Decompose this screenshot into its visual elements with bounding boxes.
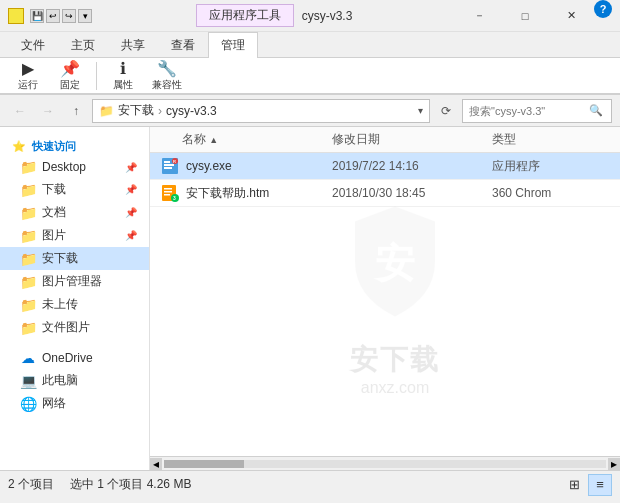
sidebar-item-unsent[interactable]: 📁 未上传 (0, 293, 149, 316)
search-input[interactable] (469, 105, 589, 117)
sidebar-label: Desktop (42, 160, 86, 174)
ribbon-content: ▶ 运行 📌 固定 ℹ 属性 🔧 兼容性 (0, 58, 620, 94)
pin-icon: 📌 (125, 230, 137, 241)
status-bar: 2 个项目 选中 1 个项目 4.26 MB ⊞ ≡ (0, 470, 620, 498)
sidebar-item-pictures[interactable]: 📁 图片 📌 (0, 224, 149, 247)
column-date[interactable]: 修改日期 (332, 131, 492, 148)
scroll-track[interactable] (164, 460, 606, 468)
minimize-button[interactable]: － (456, 0, 502, 32)
scroll-thumb (164, 460, 244, 468)
sidebar-item-picmanager[interactable]: 📁 图片管理器 (0, 270, 149, 293)
close-button[interactable]: ✕ (548, 0, 594, 32)
item-count: 2 个项目 (8, 476, 54, 493)
divider-1 (96, 62, 97, 90)
folder-icon: 📁 (20, 251, 36, 267)
watermark: 安 安下载 anxz.com (345, 201, 445, 396)
sidebar: ⭐ 快速访问 📁 Desktop 📌 📁 下载 📌 📁 文档 📌 📁 图片 📌 … (0, 127, 150, 470)
sidebar-label: 图片 (42, 227, 66, 244)
pin-icon: 📌 (125, 207, 137, 218)
column-name[interactable]: 名称 ▲ (158, 131, 332, 148)
sidebar-item-network[interactable]: 🌐 网络 (0, 392, 149, 415)
watermark-sub: anxz.com (361, 378, 429, 396)
folder-icon: 📁 (20, 320, 36, 336)
file-area: 安 安下载 anxz.com 名称 ▲ 修改日期 类型 (150, 127, 620, 470)
properties-button[interactable]: ℹ 属性 (103, 56, 143, 95)
list-view-button[interactable]: ≡ (588, 474, 612, 496)
main-area: ⭐ 快速访问 📁 Desktop 📌 📁 下载 📌 📁 文档 📌 📁 图片 📌 … (0, 127, 620, 470)
scroll-left-btn[interactable]: ◂ (150, 458, 162, 470)
window-icon (8, 8, 24, 24)
tab-file[interactable]: 文件 (8, 32, 58, 58)
back-button[interactable]: ← (8, 99, 32, 123)
selected-info: 选中 1 个项目 4.26 MB (70, 476, 191, 493)
file-type: 360 Chrom (492, 186, 612, 200)
sort-arrow: ▲ (209, 135, 218, 145)
undo-quick-btn[interactable]: ↩ (46, 9, 60, 23)
status-left: 2 个项目 选中 1 个项目 4.26 MB (8, 476, 191, 493)
svg-rect-2 (164, 164, 174, 166)
window-controls: － □ ✕ ? (456, 0, 612, 32)
svg-rect-9 (164, 191, 172, 193)
search-box[interactable]: 🔍 (462, 99, 612, 123)
watermark-shield-icon: 安 (345, 201, 445, 340)
redo-quick-btn[interactable]: ↪ (62, 9, 76, 23)
sidebar-item-thispc[interactable]: 💻 此电脑 (0, 369, 149, 392)
maximize-button[interactable]: □ (502, 0, 548, 32)
sidebar-item-docs[interactable]: 📁 文档 📌 (0, 201, 149, 224)
path-sep-1: › (158, 104, 162, 118)
tab-view[interactable]: 查看 (158, 32, 208, 58)
table-row[interactable]: R cysy.exe 2019/7/22 14:16 应用程序 (150, 153, 620, 180)
sidebar-item-filespic[interactable]: 📁 文件图片 (0, 316, 149, 339)
quick-access-label: 快速访问 (32, 139, 76, 154)
scroll-right-btn[interactable]: ▸ (608, 458, 620, 470)
pin-start-button[interactable]: 📌 固定 (50, 56, 90, 95)
refresh-button[interactable]: ⟳ (434, 99, 458, 123)
file-date: 2019/7/22 14:16 (332, 159, 492, 173)
more-quick-btn[interactable]: ▾ (78, 9, 92, 23)
sidebar-item-desktop[interactable]: 📁 Desktop 📌 (0, 156, 149, 178)
detail-view-button[interactable]: ⊞ (562, 474, 586, 496)
sidebar-label: 文档 (42, 204, 66, 221)
sidebar-item-download[interactable]: 📁 下载 📌 (0, 178, 149, 201)
tab-home[interactable]: 主页 (58, 32, 108, 58)
file-icon: R (158, 157, 182, 175)
compatibility-button[interactable]: 🔧 兼容性 (145, 56, 189, 95)
folder-icon: 📁 (20, 159, 36, 175)
sidebar-item-onedrive[interactable]: ☁ OneDrive (0, 347, 149, 369)
horizontal-scrollbar[interactable]: ◂ ▸ (150, 456, 620, 470)
pin-icon: 📌 (125, 184, 137, 195)
tab-manage[interactable]: 管理 (208, 32, 258, 58)
ribbon-tabs: 文件 主页 共享 查看 管理 (0, 32, 620, 58)
path-part-1[interactable]: 安下载 (118, 102, 154, 119)
column-type[interactable]: 类型 (492, 131, 612, 148)
up-button[interactable]: ↑ (64, 99, 88, 123)
sidebar-label: 未上传 (42, 296, 78, 313)
computer-icon: 💻 (20, 373, 36, 389)
path-root[interactable]: 📁 (99, 104, 114, 118)
run-button[interactable]: ▶ 运行 (8, 56, 48, 95)
onedrive-icon: ☁ (20, 350, 36, 366)
sidebar-label: 此电脑 (42, 372, 78, 389)
address-path[interactable]: 📁 安下载 › cysy-v3.3 ▾ (92, 99, 430, 123)
sidebar-label: 安下载 (42, 250, 78, 267)
path-part-2[interactable]: cysy-v3.3 (166, 104, 217, 118)
tab-share[interactable]: 共享 (108, 32, 158, 58)
search-icon[interactable]: 🔍 (589, 104, 603, 117)
app-tools-tab[interactable]: 应用程序工具 (196, 4, 294, 27)
sidebar-label: 下载 (42, 181, 66, 198)
path-dropdown-arrow[interactable]: ▾ (418, 105, 423, 116)
quick-access-header: ⭐ 快速访问 (0, 135, 149, 156)
window-title: cysy-v3.3 (302, 9, 353, 23)
ribbon: 文件 主页 共享 查看 管理 ▶ 运行 📌 固定 ℹ 属性 🔧 兼容性 (0, 32, 620, 95)
svg-rect-8 (164, 188, 172, 190)
sidebar-item-anzai[interactable]: 📁 安下载 (0, 247, 149, 270)
sidebar-label: 图片管理器 (42, 273, 102, 290)
help-button[interactable]: ? (594, 0, 612, 18)
table-row[interactable]: 3 安下载帮助.htm 2018/10/30 18:45 360 Chrom (150, 180, 620, 207)
title-bar: 💾 ↩ ↪ ▾ 应用程序工具 cysy-v3.3 － □ ✕ ? (0, 0, 620, 32)
pin-icon: 📌 (125, 162, 137, 173)
address-bar: ← → ↑ 📁 安下载 › cysy-v3.3 ▾ ⟳ 🔍 (0, 95, 620, 127)
forward-button[interactable]: → (36, 99, 60, 123)
save-quick-btn[interactable]: 💾 (30, 9, 44, 23)
svg-rect-10 (164, 194, 170, 196)
